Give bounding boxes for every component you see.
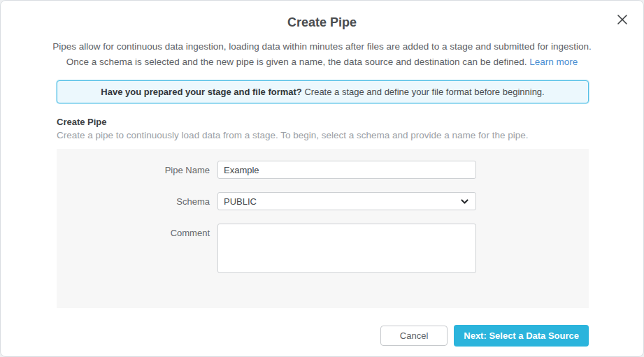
intro-line-1: Pipes allow for continuous data ingestio…: [52, 41, 592, 52]
create-pipe-dialog: Create Pipe Pipes allow for continuous d…: [0, 0, 644, 357]
section-description: Create a pipe to continuously load data …: [57, 130, 587, 140]
pipe-name-input[interactable]: [217, 161, 476, 179]
dialog-title: Create Pipe: [1, 15, 643, 30]
comment-row: Comment: [57, 224, 589, 273]
schema-label: Schema: [57, 196, 217, 207]
comment-textarea[interactable]: [217, 224, 476, 273]
pipe-name-label: Pipe Name: [57, 165, 217, 175]
schema-selected-value: PUBLIC: [224, 196, 257, 207]
info-banner: Have you prepared your stage and file fo…: [57, 80, 589, 103]
intro-text: Pipes allow for continuous data ingestio…: [1, 39, 643, 69]
close-icon: [616, 13, 629, 28]
learn-more-link[interactable]: Learn more: [529, 57, 578, 67]
cancel-button[interactable]: Cancel: [380, 326, 448, 346]
intro-line-2: Once a schema is selected and the new pi…: [66, 57, 527, 67]
banner-bold-text: Have you prepared your stage and file fo…: [101, 87, 302, 97]
dialog-footer: Cancel Next: Select a Data Source: [380, 325, 589, 347]
chevron-down-icon: [460, 197, 469, 206]
comment-label: Comment: [57, 224, 217, 238]
next-select-data-source-button[interactable]: Next: Select a Data Source: [454, 325, 589, 347]
section-heading: Create Pipe: [57, 117, 587, 127]
schema-row: Schema PUBLIC: [57, 192, 589, 210]
pipe-name-row: Pipe Name: [57, 161, 589, 179]
close-button[interactable]: [614, 12, 631, 29]
banner-text: Create a stage and define your file form…: [304, 87, 544, 97]
schema-select[interactable]: PUBLIC: [217, 192, 476, 210]
create-pipe-form: Pipe Name Schema PUBLIC Comment: [57, 149, 589, 308]
